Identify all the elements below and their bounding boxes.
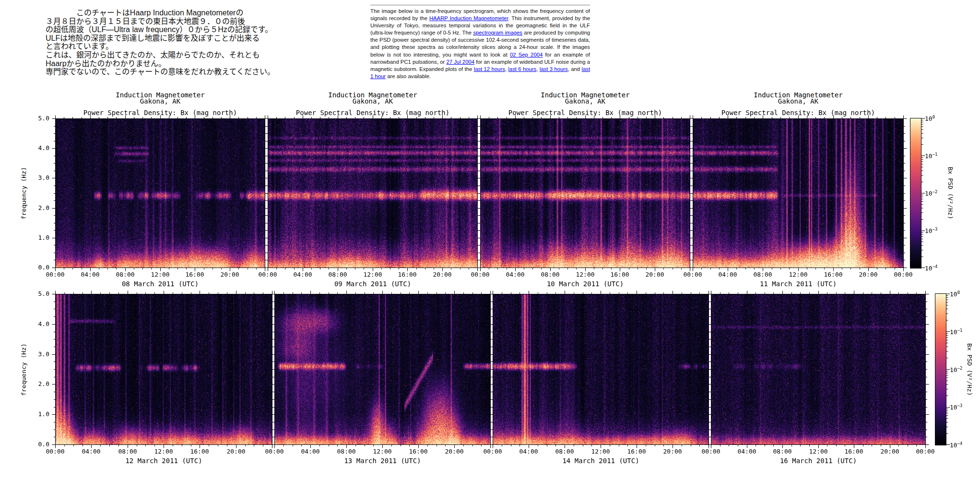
description-link[interactable]: spectrogram images — [473, 30, 522, 35]
x-tick-label: 08:00 — [332, 448, 361, 455]
y-tick-label: 4.0 — [32, 144, 49, 152]
x-tick-label: 20:00 — [440, 448, 469, 455]
x-tick-label: 00:00 — [260, 448, 289, 455]
intro-line: このチャートはHaarp Induction Magnetometerの — [46, 9, 275, 17]
description-paragraph: The image below is a time-frequency spec… — [370, 5, 590, 80]
y-tick-label: 1.0 — [32, 234, 49, 241]
description-text: , and — [568, 66, 582, 72]
y-tick-label: 5.0 — [32, 115, 49, 122]
x-tick-label: 12:00 — [146, 271, 175, 278]
intro-line: Haarpから出たのかわかりません。 — [46, 59, 275, 68]
x-tick-label: 04:00 — [514, 448, 543, 455]
x-axis-date-label: 14 March 2011 (UTC) — [493, 457, 709, 465]
x-tick-label: 20:00 — [854, 271, 883, 278]
x-tick-label: 16:00 — [839, 448, 868, 455]
description-link[interactable]: HAARP Induction Magnetometer — [429, 15, 508, 21]
spectrogram-panel-11-march-2011-utc — [687, 113, 909, 274]
x-tick-label: 20:00 — [215, 271, 244, 278]
x-tick-label: 16:00 — [622, 448, 651, 455]
x-tick-label: 04:00 — [501, 271, 530, 278]
x-axis-date-label: 12 March 2011 (UTC) — [55, 457, 272, 465]
y-tick-label: 2.0 — [32, 204, 49, 211]
x-tick-label: 12:00 — [784, 271, 813, 278]
x-tick-label: 04:00 — [296, 448, 325, 455]
description-link[interactable]: last 12 hours — [474, 66, 505, 72]
intro-line: これは、銀河から出てきたのか、太陽からでたのか、それとも — [46, 51, 275, 59]
y-axis-label: frequency (Hz) — [20, 167, 27, 220]
x-tick-label: 00:00 — [41, 448, 70, 455]
x-tick-label: 20:00 — [658, 448, 687, 455]
colorbar-tick-label: 10−3 — [925, 227, 938, 234]
colorbar-tick-label: 10−4 — [925, 264, 938, 272]
spectrogram-panel-16-march-2011-utc — [705, 288, 932, 451]
y-tick-label: 4.0 — [32, 320, 49, 327]
x-tick-label: 16:00 — [819, 271, 848, 278]
spectrogram-image — [269, 288, 496, 451]
description-link[interactable]: last 6 hours — [508, 66, 536, 72]
description-link[interactable]: 02 Sep 2004 — [510, 52, 543, 58]
colorbar-tick-label: 100 — [950, 290, 960, 298]
spectrogram-panel-08-march-2011-utc — [49, 113, 271, 274]
panel-plot-title: Power Spectral Density: Bx (mag north) — [55, 109, 265, 117]
x-axis-date-label: 16 March 2011 (UTC) — [711, 457, 926, 465]
x-tick-label: 04:00 — [77, 448, 106, 455]
x-axis-date-label: 09 March 2011 (UTC) — [268, 280, 478, 288]
description-link[interactable]: last 3 hours — [540, 66, 568, 72]
x-tick-label: 08:00 — [768, 448, 797, 455]
intro-line: と言われています。 — [46, 42, 275, 51]
y-tick-label: 5.0 — [32, 290, 49, 297]
spectrogram-image — [49, 288, 278, 451]
colorbar-tick-label: 100 — [925, 115, 935, 122]
spectrogram-panel-12-march-2011-utc — [49, 288, 278, 451]
panel-subtitle: Gakona, AK — [55, 97, 265, 105]
panel-plot-title: Power Spectral Density: Bx (mag north) — [693, 109, 904, 117]
x-tick-label: 00:00 — [253, 271, 282, 278]
y-tick-label: 2.0 — [32, 380, 49, 387]
colorbar-label: Bx PSD (V²/Hz) — [966, 294, 973, 445]
spectrogram-image — [687, 113, 909, 274]
x-tick-label: 12:00 — [149, 448, 178, 455]
y-axis-label: frequency (Hz) — [20, 343, 27, 396]
colorbar-tick-label: 10−2 — [925, 189, 938, 197]
colorbar-tick-label: 10−1 — [950, 328, 963, 336]
x-tick-label: 00:00 — [466, 271, 495, 278]
y-tick-label: 1.0 — [32, 410, 49, 418]
x-tick-label: 08:00 — [748, 271, 777, 278]
x-tick-label: 08:00 — [323, 271, 352, 278]
x-tick-label: 00:00 — [478, 448, 507, 455]
x-tick-label: 20:00 — [428, 271, 457, 278]
page: このチャートはHaarp Induction Magnetometerの３月８日… — [0, 0, 980, 478]
x-tick-label: 20:00 — [222, 448, 250, 455]
x-axis-date-label: 10 March 2011 (UTC) — [480, 280, 690, 288]
x-tick-label: 00:00 — [678, 271, 707, 278]
spectrogram-image — [705, 288, 932, 451]
description-text: are also available. — [386, 73, 431, 79]
x-tick-label: 04:00 — [288, 271, 317, 278]
x-tick-label: 16:00 — [605, 271, 634, 278]
x-tick-label: 20:00 — [875, 448, 904, 455]
x-tick-label: 12:00 — [368, 448, 397, 455]
x-axis-date-label: 11 March 2011 (UTC) — [693, 280, 904, 288]
x-tick-label: 08:00 — [113, 448, 142, 455]
spectrogram-image — [487, 288, 715, 451]
x-tick-label: 12:00 — [571, 271, 600, 278]
x-tick-label: 12:00 — [586, 448, 615, 455]
x-tick-label: 04:00 — [76, 271, 105, 278]
spectrogram-panel-13-march-2011-utc — [269, 288, 496, 451]
x-tick-label: 16:00 — [180, 271, 209, 278]
colorbar-label: Bx PSD (V²/Hz) — [947, 118, 954, 268]
x-tick-label: 16:00 — [393, 271, 422, 278]
spectrogram-panel-09-march-2011-utc — [262, 113, 484, 274]
description-link[interactable]: 27 Jul 2004 — [446, 59, 474, 65]
colorbar-tick-label: 10−2 — [950, 366, 963, 373]
intro-line: の超低周波（ULF―Ultra law frequency）０から５Hzの記録で… — [46, 25, 275, 34]
colorbar-tick-label: 10−1 — [925, 152, 938, 160]
x-axis-date-label: 13 March 2011 (UTC) — [274, 457, 491, 465]
panel-subtitle: Gakona, AK — [693, 97, 904, 105]
x-tick-label: 00:00 — [697, 448, 725, 455]
colorbar-tick-label: 10−4 — [950, 441, 963, 449]
x-tick-label: 16:00 — [185, 448, 214, 455]
y-tick-label: 0.0 — [32, 264, 49, 271]
x-tick-label: 00:00 — [41, 271, 70, 278]
colorbar-tick-label: 10−3 — [950, 403, 963, 411]
